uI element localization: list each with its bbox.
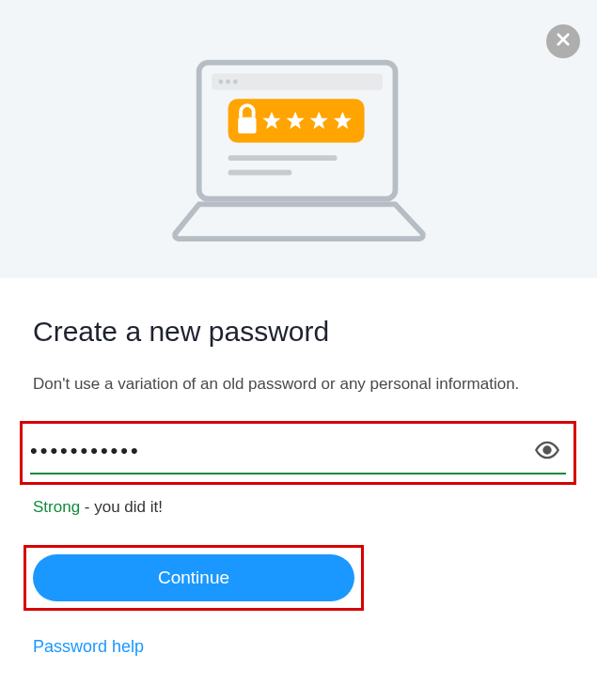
svg-point-11 [544, 446, 551, 453]
strength-label: Strong [33, 498, 80, 516]
svg-rect-8 [238, 117, 256, 132]
svg-point-4 [218, 79, 223, 84]
svg-point-6 [232, 79, 237, 84]
password-strength-text: Strong - you did it! [33, 498, 564, 517]
close-icon [555, 31, 572, 52]
password-help-link[interactable]: Password help [33, 637, 144, 656]
svg-rect-9 [228, 155, 337, 161]
svg-point-5 [226, 79, 230, 84]
instruction-text: Don't use a variation of an old password… [33, 372, 564, 397]
eye-icon [534, 437, 560, 463]
continue-button[interactable]: Continue [33, 554, 354, 601]
continue-button-highlight: Continue [24, 545, 364, 611]
show-password-button[interactable] [534, 437, 560, 463]
close-button[interactable] [546, 24, 580, 58]
form-area: Create a new password Don't use a variat… [0, 278, 597, 657]
hero-banner [0, 0, 597, 278]
strength-message: - you did it! [80, 498, 163, 516]
password-field-highlight [20, 421, 576, 485]
laptop-password-illustration [163, 54, 435, 244]
svg-rect-10 [228, 169, 291, 175]
password-input[interactable] [30, 433, 534, 467]
page-title: Create a new password [33, 316, 564, 348]
